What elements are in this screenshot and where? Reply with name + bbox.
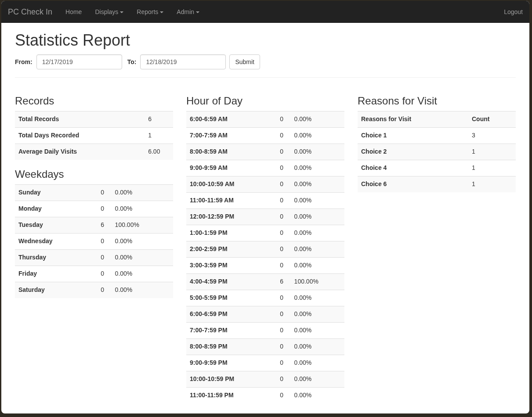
table-row: 7:00-7:59 AM00.00% (186, 127, 344, 144)
records-table: Total Records6Total Days Recorded1Averag… (15, 111, 173, 160)
row-value: 0 (276, 111, 290, 127)
row-value: 1 (468, 144, 516, 160)
nav-item-displays: Displays (88, 1, 130, 22)
hours-table: 6:00-6:59 AM00.00%7:00-7:59 AM00.00%8:00… (186, 111, 344, 403)
nav-item-logout: Logout (497, 1, 529, 22)
weekdays-heading: Weekdays (15, 169, 173, 180)
nav-link-reports[interactable]: Reports (130, 1, 170, 23)
row-value: 0.00% (291, 355, 344, 371)
reasons-column-header: Reasons for Visit (358, 111, 468, 127)
row-label: Friday (15, 266, 97, 282)
row-label: 5:00-5:59 PM (186, 290, 276, 306)
row-label: Choice 1 (358, 127, 468, 144)
row-value: 0.00% (291, 111, 344, 127)
table-row: 6:00-6:59 AM00.00% (186, 111, 344, 127)
row-label: Monday (15, 201, 97, 217)
row-value: 0 (97, 201, 111, 217)
table-row: 2:00-2:59 PM00.00% (186, 241, 344, 257)
table-row: Total Days Recorded1 (15, 127, 173, 144)
submit-button[interactable]: Submit (229, 54, 260, 69)
records-heading: Records (15, 95, 173, 107)
row-label: 7:00-7:59 PM (186, 322, 276, 338)
row-value: 100.00% (112, 217, 173, 234)
row-label: Saturday (15, 282, 97, 298)
row-value: 0 (97, 250, 111, 266)
to-date-input[interactable] (140, 54, 226, 69)
row-value: 0 (276, 176, 290, 192)
row-value: 6 (145, 111, 173, 127)
table-row: Sunday00.00% (15, 185, 173, 201)
nav-link-logout[interactable]: Logout (497, 1, 529, 23)
row-label: 1:00-1:59 PM (186, 225, 276, 241)
row-value: 1 (468, 176, 516, 192)
reasons-heading: Reasons for Visit (358, 95, 516, 107)
row-value: 0 (276, 241, 290, 257)
row-value: 0.00% (112, 201, 173, 217)
row-label: Total Records (15, 111, 145, 127)
row-value: 0 (97, 266, 111, 282)
nav-item-reports: Reports (130, 1, 170, 22)
main-nav: Home Displays Reports Admin (59, 1, 206, 22)
caret-down-icon (196, 11, 199, 13)
table-row: Average Daily Visits6.00 (15, 144, 173, 159)
table-row: Saturday00.00% (15, 282, 173, 298)
table-row: Choice 61 (358, 176, 516, 192)
row-value: 0.00% (112, 234, 173, 250)
row-label: 2:00-2:59 PM (186, 241, 276, 257)
table-header-row: Reasons for Visit Count (358, 111, 516, 127)
table-row: 8:00-8:59 AM00.00% (186, 144, 344, 160)
row-label: Average Daily Visits (15, 144, 145, 159)
row-value: 0.00% (291, 192, 344, 208)
row-value: 0 (276, 355, 290, 371)
nav-link-admin[interactable]: Admin (170, 1, 206, 23)
row-value: 0.00% (112, 282, 173, 298)
row-value: 0 (276, 127, 290, 144)
row-value: 1 (145, 127, 173, 144)
row-label: 6:00-6:59 PM (186, 306, 276, 322)
row-value: 0.00% (291, 387, 344, 403)
row-value: 0 (276, 371, 290, 387)
table-row: Thursday00.00% (15, 250, 173, 266)
table-row: 10:00-10:59 AM00.00% (186, 176, 344, 192)
caret-down-icon (160, 11, 163, 13)
column-left: Records Total Records6Total Days Recorde… (8, 86, 180, 412)
brand-link[interactable]: PC Check In (1, 1, 59, 22)
table-row: 12:00-12:59 PM00.00% (186, 208, 344, 225)
table-row: 11:00-11:59 PM00.00% (186, 387, 344, 403)
row-label: 12:00-12:59 PM (186, 208, 276, 225)
table-row: 1:00-1:59 PM00.00% (186, 225, 344, 241)
from-date-input[interactable] (36, 54, 122, 69)
row-value: 0.00% (291, 371, 344, 387)
nav-link-displays[interactable]: Displays (88, 1, 130, 23)
row-label: Wednesday (15, 234, 97, 250)
nav-link-home[interactable]: Home (59, 1, 88, 23)
page-header: Statistics Report From: To: Submit (8, 32, 522, 78)
row-value: 0 (276, 208, 290, 225)
table-row: 9:00-9:59 AM00.00% (186, 160, 344, 176)
table-row: 4:00-4:59 PM6100.00% (186, 273, 344, 290)
row-value: 0.00% (112, 266, 173, 282)
table-row: 9:00-9:59 PM00.00% (186, 355, 344, 371)
row-value: 0.00% (291, 176, 344, 192)
table-row: Choice 13 (358, 127, 516, 144)
row-label: Choice 2 (358, 144, 468, 160)
table-row: 10:00-10:59 PM00.00% (186, 371, 344, 387)
row-value: 6 (97, 217, 111, 234)
divider (15, 77, 516, 78)
nav-item-home: Home (59, 1, 88, 22)
row-label: 8:00-8:59 PM (186, 338, 276, 355)
row-label: 4:00-4:59 PM (186, 273, 276, 290)
browser-viewport: PC Check In Home Displays Reports Admin … (1, 1, 529, 413)
nav-item-admin: Admin (170, 1, 206, 22)
row-value: 0 (276, 160, 290, 176)
row-label: 9:00-9:59 AM (186, 160, 276, 176)
right-nav: Logout (497, 1, 529, 22)
row-value: 6 (276, 273, 290, 290)
row-value: 0 (276, 290, 290, 306)
hours-heading: Hour of Day (186, 95, 344, 107)
row-label: 9:00-9:59 PM (186, 355, 276, 371)
table-row: 7:00-7:59 PM00.00% (186, 322, 344, 338)
row-value: 1 (468, 160, 516, 176)
top-navbar: PC Check In Home Displays Reports Admin … (1, 1, 529, 23)
caret-down-icon (120, 11, 123, 13)
